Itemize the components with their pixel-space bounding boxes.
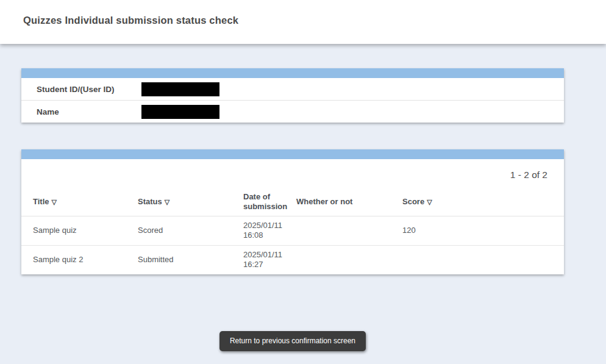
student-info-panel: Student ID/(User ID) Name — [21, 68, 564, 123]
footer-button-row: Return to previous confirmation screen — [21, 331, 564, 351]
sort-triangle-icon: ▽ — [165, 198, 169, 205]
student-id-label: Student ID/(User ID) — [21, 85, 141, 94]
column-header-status[interactable]: Status▽ — [126, 188, 232, 216]
column-header-date-of-submission: Date of submission — [232, 188, 285, 216]
page-title: Quizzes Individual submission status che… — [0, 0, 606, 40]
page-header: Quizzes Individual submission status che… — [0, 0, 606, 44]
column-header-score[interactable]: Score▽ — [391, 188, 564, 216]
submissions-panel-accent-bar — [21, 149, 564, 159]
column-header-whether-or-not: Whether or not — [285, 188, 391, 216]
student-id-row: Student ID/(User ID) — [21, 78, 564, 101]
column-header-title[interactable]: Title▽ — [21, 188, 126, 216]
cell-status: Scored — [126, 216, 232, 245]
cell-title: Sample quiz — [21, 216, 126, 245]
cell-date-of-submission: 2025/01/11 16:27 — [232, 245, 285, 274]
table-row: Sample quiz 2 Submitted 2025/01/11 16:27 — [21, 245, 564, 274]
cell-score: 120 — [391, 216, 564, 245]
submissions-table: Title▽ Status▽ Date of submission Whethe… — [21, 188, 564, 274]
sort-triangle-icon: ▽ — [427, 198, 432, 205]
student-name-row: Name — [21, 101, 564, 123]
cell-whether-or-not — [285, 216, 391, 245]
column-header-status-label: Status — [138, 197, 162, 206]
cell-date-of-submission: 2025/01/11 16:08 — [232, 216, 285, 245]
sort-triangle-icon: ▽ — [52, 198, 57, 205]
cell-whether-or-not — [285, 245, 391, 274]
pagination-label: 1 - 2 of 2 — [21, 159, 564, 188]
student-name-label: Name — [21, 107, 141, 116]
cell-score — [391, 245, 564, 274]
cell-title: Sample quiz 2 — [21, 245, 126, 274]
student-id-redacted-value — [141, 82, 219, 96]
column-header-date-label: Date of submission — [243, 192, 287, 211]
cell-status: Submitted — [126, 245, 232, 274]
table-row: Sample quiz Scored 2025/01/11 16:08 120 — [21, 216, 564, 245]
column-header-title-label: Title — [33, 197, 49, 206]
student-panel-accent-bar — [21, 68, 564, 78]
submissions-panel: 1 - 2 of 2 Title▽ Status▽ Da — [21, 149, 564, 274]
table-header-row: Title▽ Status▽ Date of submission Whethe… — [21, 188, 564, 216]
column-header-whether-label: Whether or not — [296, 197, 352, 206]
main-content: Student ID/(User ID) Name 1 - 2 of 2 Tit… — [21, 68, 564, 351]
column-header-score-label: Score — [402, 197, 424, 206]
return-to-previous-button[interactable]: Return to previous confirmation screen — [219, 331, 366, 351]
student-name-redacted-value — [141, 105, 219, 119]
